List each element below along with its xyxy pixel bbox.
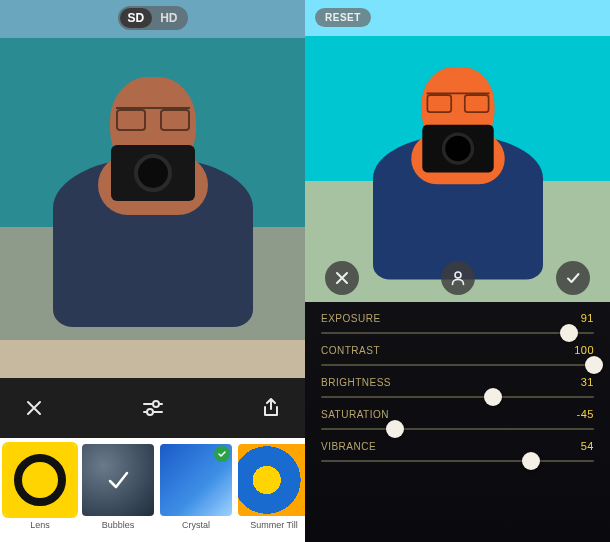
slider-knob[interactable] xyxy=(522,452,540,470)
svg-point-0 xyxy=(153,401,159,407)
photo-subject xyxy=(381,59,534,280)
filter-thumb xyxy=(160,444,232,516)
filter-lens[interactable]: Lens xyxy=(4,444,76,542)
filter-thumb xyxy=(238,444,305,516)
close-button[interactable] xyxy=(16,390,52,426)
slider-knob[interactable] xyxy=(560,324,578,342)
confirm-button[interactable] xyxy=(556,261,590,295)
slider-label: Exposure xyxy=(321,313,381,324)
sliders-icon xyxy=(142,399,164,417)
slider-track[interactable] xyxy=(321,364,594,366)
filter-thumb xyxy=(82,444,154,516)
slider-track[interactable] xyxy=(321,428,594,430)
editor-toolbar xyxy=(0,378,305,438)
slider-saturation[interactable]: SATURATION -45 xyxy=(321,408,594,430)
slider-label: VIBRANCE xyxy=(321,441,376,452)
slider-value: 91 xyxy=(581,312,594,324)
adjustment-sliders: Exposure 91 CONTRAST 100 BRIGHTNESS 31 xyxy=(305,302,610,542)
image-preview[interactable] xyxy=(0,0,305,378)
adjust-button[interactable] xyxy=(135,390,171,426)
svg-point-2 xyxy=(455,272,461,278)
quality-sd[interactable]: SD xyxy=(119,8,152,28)
checkmark-icon xyxy=(565,270,581,286)
slider-vibrance[interactable]: VIBRANCE 54 xyxy=(321,440,594,462)
filter-thumb xyxy=(4,444,76,516)
slider-value: 54 xyxy=(581,440,594,452)
filter-label: Lens xyxy=(30,520,50,530)
editor-left-panel: SD HD xyxy=(0,0,305,542)
filter-strip[interactable]: Lens Bubbles Crystal Summer Till xyxy=(0,438,305,542)
close-icon xyxy=(335,271,349,285)
svg-point-1 xyxy=(147,409,153,415)
person-icon xyxy=(450,270,466,286)
slider-track[interactable] xyxy=(321,396,594,398)
filter-crystal[interactable]: Crystal xyxy=(160,444,232,542)
filter-label: Bubbles xyxy=(102,520,135,530)
checkmark-icon xyxy=(82,444,154,516)
slider-knob[interactable] xyxy=(386,420,404,438)
slider-track[interactable] xyxy=(321,332,594,334)
slider-brightness[interactable]: BRIGHTNESS 31 xyxy=(321,376,594,398)
slider-value: -45 xyxy=(577,408,594,420)
editor-right-panel: RESET Exposure 91 CONTRAST xyxy=(305,0,610,542)
quality-toggle[interactable]: SD HD xyxy=(117,6,187,30)
slider-value: 31 xyxy=(581,376,594,388)
slider-contrast[interactable]: CONTRAST 100 xyxy=(321,344,594,366)
slider-label: BRIGHTNESS xyxy=(321,377,391,388)
applied-badge-icon xyxy=(214,446,230,462)
adjust-action-row xyxy=(305,254,610,302)
share-button[interactable] xyxy=(253,390,289,426)
slider-label: CONTRAST xyxy=(321,345,380,356)
slider-knob[interactable] xyxy=(585,356,603,374)
cancel-button[interactable] xyxy=(325,261,359,295)
filter-bubbles[interactable]: Bubbles xyxy=(82,444,154,542)
reset-button[interactable]: RESET xyxy=(315,8,371,27)
photo-subject xyxy=(63,67,243,327)
filter-label: Summer Till xyxy=(250,520,298,530)
quality-hd[interactable]: HD xyxy=(152,8,185,28)
slider-track[interactable] xyxy=(321,460,594,462)
slider-value: 100 xyxy=(574,344,594,356)
filter-label: Crystal xyxy=(182,520,210,530)
share-icon xyxy=(262,398,280,418)
slider-knob[interactable] xyxy=(484,388,502,406)
slider-exposure[interactable]: Exposure 91 xyxy=(321,312,594,334)
close-icon xyxy=(25,399,43,417)
filter-summer[interactable]: Summer Till xyxy=(238,444,305,542)
profile-button[interactable] xyxy=(441,261,475,295)
slider-label: SATURATION xyxy=(321,409,389,420)
